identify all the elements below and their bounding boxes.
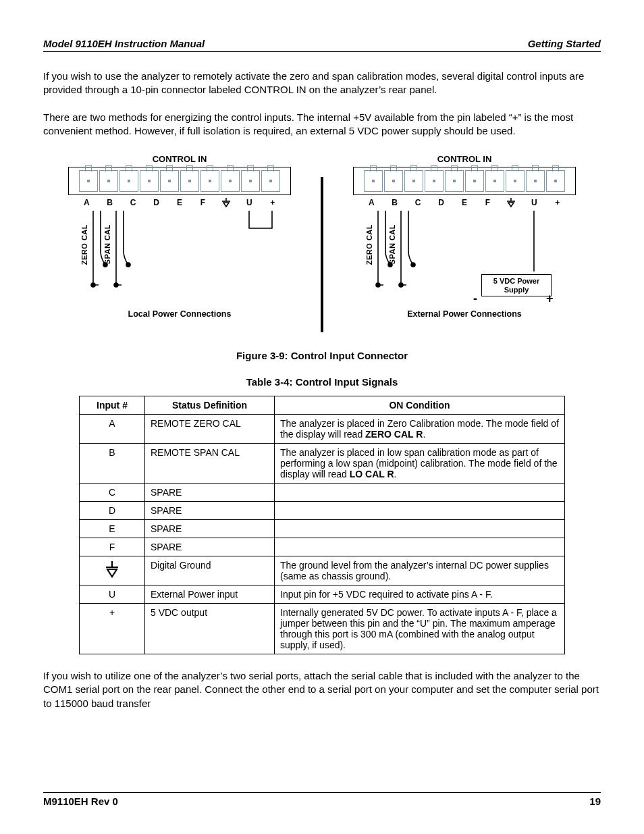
pin-label: F xyxy=(191,198,214,209)
running-footer: M9110EH Rev 0 19 xyxy=(43,792,601,807)
table-row: ESPARE xyxy=(80,520,565,538)
th-status: Status Definition xyxy=(145,396,275,415)
pin xyxy=(465,170,484,192)
pin-label: E xyxy=(453,198,476,209)
th-input: Input # xyxy=(80,396,145,415)
pin xyxy=(425,170,444,192)
table-row: BREMOTE SPAN CALThe analyzer is placed i… xyxy=(80,444,565,484)
svg-point-12 xyxy=(399,283,403,287)
svg-point-13 xyxy=(411,263,415,267)
pin-labels-right: A B C D E F U + xyxy=(360,198,569,209)
pin-label-ground xyxy=(215,198,238,209)
pin-label: D xyxy=(144,198,167,209)
pin-label: + xyxy=(546,198,569,209)
psu-box: 5 VDC Power Supply xyxy=(481,274,552,296)
figure-right-panel: CONTROL IN A B C D xyxy=(340,154,589,332)
pin xyxy=(404,170,423,192)
pin xyxy=(221,170,240,192)
pin xyxy=(526,170,545,192)
table-header-row: Input # Status Definition ON Condition xyxy=(80,396,565,415)
connector-pins-left xyxy=(79,170,280,192)
pin-labels-left: A B C D E F U + xyxy=(75,198,284,209)
cell-input xyxy=(80,556,145,585)
pin-label: U xyxy=(238,198,261,209)
cell-condition xyxy=(275,484,565,502)
connector-title-left: CONTROL IN xyxy=(153,154,207,164)
cell-condition xyxy=(275,520,565,538)
header-right: Getting Started xyxy=(528,38,601,49)
cell-condition: Internally generated 5V DC power. To act… xyxy=(275,604,565,654)
running-header: Model 9110EH Instruction Manual Getting … xyxy=(43,38,601,52)
pin-label: D xyxy=(429,198,452,209)
span-cal-label: SPAN CAL xyxy=(388,224,396,264)
ground-icon xyxy=(221,198,231,207)
cell-input: C xyxy=(80,484,145,502)
connector-right xyxy=(353,167,576,195)
cell-status: REMOTE SPAN CAL xyxy=(145,444,275,484)
header-left: Model 9110EH Instruction Manual xyxy=(43,38,205,49)
pin-label: C xyxy=(122,198,144,209)
pin xyxy=(384,170,403,192)
connector-title-right: CONTROL IN xyxy=(437,154,492,164)
pin-label: U xyxy=(522,198,545,209)
body-text-after-table: If you wish to utilize one of the analyz… xyxy=(43,669,601,710)
pin xyxy=(99,170,118,192)
zero-cal-label: ZERO CAL xyxy=(80,224,88,265)
th-condition: ON Condition xyxy=(275,396,565,415)
figure-sub-right: External Power Connections xyxy=(407,309,521,319)
svg-marker-16 xyxy=(107,569,117,577)
pin xyxy=(241,170,260,192)
cell-condition: The analyzer is placed in Zero Calibrati… xyxy=(275,415,565,444)
pin xyxy=(261,170,280,192)
cell-status: SPARE xyxy=(145,538,275,556)
wiring-icon xyxy=(68,211,291,305)
table-row: FSPARE xyxy=(80,538,565,556)
pin xyxy=(546,170,565,192)
connector-left xyxy=(68,167,291,195)
pin-label: E xyxy=(168,198,191,209)
svg-marker-9 xyxy=(508,203,514,207)
table-row: Digital GroundThe ground level from the … xyxy=(80,556,565,585)
cell-input: D xyxy=(80,502,145,520)
pin-label: A xyxy=(360,198,383,209)
cell-input: E xyxy=(80,520,145,538)
figure-3-9: CONTROL IN A B C D xyxy=(43,154,601,332)
control-input-signals-table: Input # Status Definition ON Condition A… xyxy=(79,396,565,654)
figure-divider xyxy=(321,177,323,332)
psu-plus: + xyxy=(546,292,554,306)
pin xyxy=(200,170,219,192)
pin-label-ground xyxy=(500,198,522,209)
cell-status: External Power input xyxy=(145,585,275,604)
pin xyxy=(79,170,98,192)
cell-condition: The ground level from the analyzer’s int… xyxy=(275,556,565,585)
cell-input: F xyxy=(80,538,145,556)
pin-label: B xyxy=(383,198,406,209)
body-text: If you wish to use the analyzer to remot… xyxy=(43,70,601,151)
pin-label: C xyxy=(406,198,429,209)
pin-label: A xyxy=(75,198,98,209)
pin xyxy=(180,170,199,192)
cell-condition xyxy=(275,538,565,556)
schematic-right: ZERO CAL SPAN CAL 5 VDC Power Supply - + xyxy=(353,211,576,305)
pin xyxy=(160,170,179,192)
table-row: UExternal Power inputInput pin for +5 VD… xyxy=(80,585,565,604)
footer-page-number: 19 xyxy=(589,796,601,807)
cell-condition xyxy=(275,502,565,520)
cell-condition: Input pin for +5 VDC required to activat… xyxy=(275,585,565,604)
cell-status: SPARE xyxy=(145,502,275,520)
table-row: AREMOTE ZERO CALThe analyzer is placed i… xyxy=(80,415,565,444)
span-cal-label: SPAN CAL xyxy=(103,224,111,264)
cell-status: SPARE xyxy=(145,520,275,538)
cell-status: REMOTE ZERO CAL xyxy=(145,415,275,444)
pin-label: + xyxy=(261,198,284,209)
pin-label: B xyxy=(98,198,121,209)
ground-icon xyxy=(506,198,516,207)
psu-minus: - xyxy=(473,292,477,306)
pin xyxy=(119,170,138,192)
table-row: CSPARE xyxy=(80,484,565,502)
cell-status: SPARE xyxy=(145,484,275,502)
page: Model 9110EH Instruction Manual Getting … xyxy=(0,0,644,834)
table-row: DSPARE xyxy=(80,502,565,520)
pin xyxy=(485,170,504,192)
figure-left-panel: CONTROL IN A B C D xyxy=(55,154,304,332)
